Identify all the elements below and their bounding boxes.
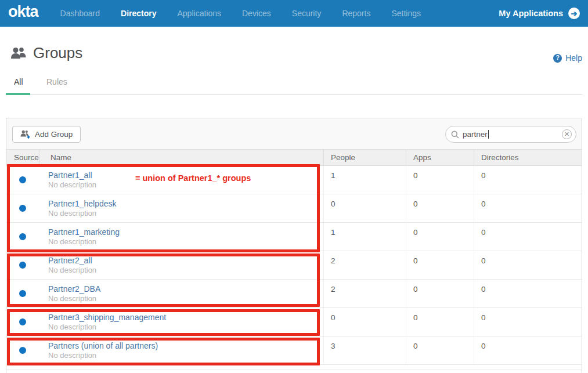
nav-item-security[interactable]: Security [292, 9, 322, 18]
page-title: Groups [33, 44, 82, 62]
source-cell [6, 166, 39, 194]
help-link[interactable]: ? Help [553, 53, 582, 63]
okta-circle-icon [19, 233, 26, 240]
okta-circle-icon [19, 205, 26, 212]
group-name-link[interactable]: Partners (union of all partners) [48, 341, 323, 351]
apps-count: 0 [406, 280, 474, 307]
nav-item-dashboard[interactable]: Dashboard [60, 9, 100, 18]
group-name-link[interactable]: Partner1_marketing [48, 227, 323, 237]
directories-count: 0 [474, 336, 582, 364]
help-label: Help [565, 53, 582, 63]
group-description: No description [48, 266, 323, 275]
add-group-button[interactable]: Add Group [12, 126, 81, 143]
column-header-source[interactable]: Source [6, 150, 39, 165]
directories-count: 0 [474, 166, 582, 194]
question-circle-icon: ? [553, 54, 562, 63]
group-description: No description [48, 209, 323, 218]
table-row: Partners (union of all partners)No descr… [6, 336, 582, 365]
people-group-icon [10, 47, 27, 59]
name-cell: Partners (union of all partners)No descr… [39, 336, 323, 364]
nav-items: DashboardDirectoryApplicationsDevicesSec… [60, 9, 442, 18]
group-name-link[interactable]: Partner1_all [48, 171, 323, 180]
table-row: Partner1_marketingNo description100 [6, 223, 582, 251]
people-count: 2 [323, 280, 406, 307]
my-applications-button[interactable]: My Applications ➔ [499, 8, 580, 19]
okta-circle-icon [19, 347, 26, 354]
directories-count: 0 [474, 308, 582, 336]
directories-count: 0 [474, 251, 582, 279]
nav-item-settings[interactable]: Settings [391, 9, 421, 18]
source-cell [6, 308, 39, 336]
group-description: No description [48, 351, 323, 360]
right-arrow-circle-icon: ➔ [568, 8, 580, 19]
group-name-link[interactable]: Partner1_helpdesk [48, 199, 323, 209]
source-cell [6, 194, 39, 222]
group-description: No description [48, 180, 323, 190]
nav-item-applications[interactable]: Applications [178, 9, 222, 18]
directories-count: 0 [474, 194, 582, 222]
okta-logo[interactable]: okta [8, 4, 38, 20]
apps-count: 0 [406, 308, 474, 336]
page-header: Groups [10, 44, 588, 62]
people-count: 1 [323, 223, 406, 251]
group-description: No description [48, 323, 323, 332]
directories-count: 0 [474, 280, 582, 307]
name-cell: Partner1_allNo description [39, 166, 323, 194]
nav-item-directory[interactable]: Directory [121, 9, 156, 18]
group-name-link[interactable]: Partner2_all [48, 256, 323, 266]
groups-table-card: Add Group partner ✕ Source Name People A… [6, 118, 582, 373]
apps-count: 0 [406, 251, 474, 279]
clear-search-icon[interactable]: ✕ [562, 129, 572, 139]
group-name-link[interactable]: Partner3_shipping_management [48, 313, 323, 323]
magnifier-icon [451, 131, 459, 139]
add-group-people-plus-icon [20, 130, 30, 139]
name-cell: Partner3_shipping_managementNo descripti… [39, 308, 323, 336]
column-header-name[interactable]: Name [39, 150, 323, 165]
apps-count: 0 [406, 223, 474, 251]
tabs: All Rules [6, 77, 582, 95]
table-bottom-spacer [6, 365, 582, 370]
people-count: 0 [323, 308, 406, 336]
apps-count: 0 [406, 194, 474, 222]
text-cursor [488, 130, 489, 139]
name-cell: Partner1_marketingNo description [39, 223, 323, 251]
add-group-label: Add Group [35, 130, 73, 139]
active-tab-indicator [6, 93, 30, 95]
apps-count: 0 [406, 336, 474, 364]
source-cell [6, 251, 39, 279]
column-header-directories[interactable]: Directories [474, 150, 582, 165]
column-header-apps[interactable]: Apps [406, 150, 474, 165]
tab-all[interactable]: All [14, 77, 23, 86]
table-toolbar: Add Group partner ✕ [6, 118, 582, 150]
table-row: Partner2_allNo description200 [6, 251, 582, 280]
okta-circle-icon [19, 290, 26, 297]
people-count: 0 [323, 194, 406, 222]
source-cell [6, 280, 39, 307]
people-count: 2 [323, 251, 406, 279]
group-name-link[interactable]: Partner2_DBA [48, 284, 323, 294]
table-body: Partner1_allNo description= union of Par… [6, 166, 582, 365]
name-cell: Partner2_allNo description [39, 251, 323, 279]
search-value: partner [463, 130, 488, 139]
okta-circle-icon [19, 176, 26, 183]
column-header-people[interactable]: People [323, 150, 406, 165]
directories-count: 0 [474, 223, 582, 251]
okta-circle-icon [19, 318, 26, 325]
nav-item-devices[interactable]: Devices [242, 9, 271, 18]
nav-item-reports[interactable]: Reports [342, 9, 370, 18]
people-count: 1 [323, 166, 406, 194]
source-cell [6, 336, 39, 364]
search-input[interactable]: partner ✕ [445, 126, 576, 143]
name-cell: Partner1_helpdeskNo description [39, 194, 323, 222]
table-row: Partner1_allNo description= union of Par… [6, 166, 582, 194]
apps-count: 0 [406, 166, 474, 194]
my-applications-label: My Applications [499, 9, 563, 18]
table-row: Partner3_shipping_managementNo descripti… [6, 308, 582, 336]
group-description: No description [48, 294, 323, 303]
people-count: 3 [323, 336, 406, 364]
top-navbar: okta DashboardDirectoryApplicationsDevic… [0, 0, 588, 27]
table-header-row: Source Name People Apps Directories [6, 150, 582, 166]
name-cell: Partner2_DBANo description [39, 280, 323, 307]
source-cell [6, 223, 39, 251]
tab-rules[interactable]: Rules [46, 77, 67, 86]
